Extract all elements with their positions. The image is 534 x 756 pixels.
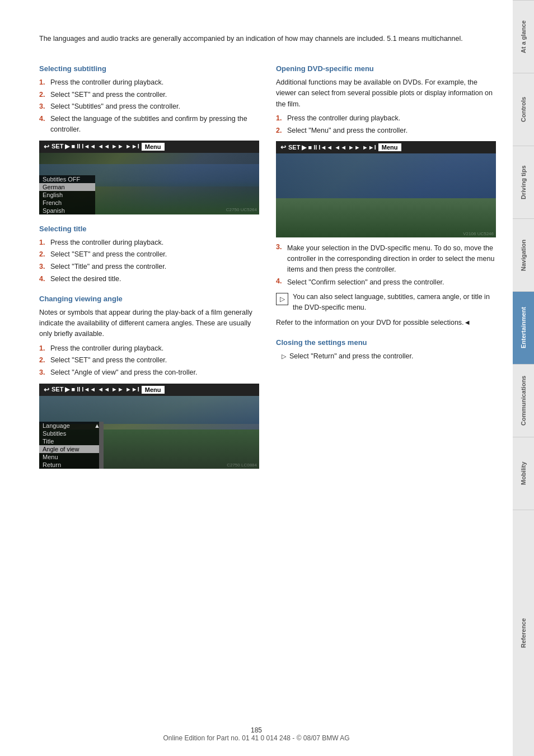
angle-menu-angle: Angle of view: [39, 445, 104, 453]
angle-step-3: 3. Select "Angle of view" and press the …: [39, 367, 259, 378]
dvd-menu-steps: 1. Press the controller during playback.…: [276, 113, 496, 136]
title-step-1: 1. Press the controller during playback.: [39, 237, 259, 248]
dvd-step-2: 2. Select "Menu" and press the controlle…: [276, 125, 496, 136]
dvd-step-4-num: 4.: [276, 277, 284, 288]
footer-edition-text: Online Edition for Part no. 01 41 0 014 …: [0, 734, 513, 742]
dvd-menu-dvd-screen: V2106 UC5246: [276, 153, 496, 237]
viewing-angle-heading: Changing viewing angle: [39, 295, 259, 303]
angle-menu-return: Return: [39, 461, 104, 469]
dvd-sky-decor: [276, 153, 496, 198]
sidebar-tab-reference[interactable]: Reference: [513, 510, 534, 756]
dvd-step-3-text: Make your selection in the DVD-specific …: [287, 243, 496, 274]
info-triangle-icon: [276, 293, 288, 305]
angle-step-2: 2. Select "SET" and press the controller…: [39, 355, 259, 366]
subtitle-off-item: Subtitles OFF: [39, 175, 95, 183]
viewing-angle-desc: Notes or symbols that appear during the …: [39, 307, 259, 340]
undo-icon-3: ↩: [280, 143, 286, 151]
undo-icon: ↩: [44, 143, 49, 151]
sidebar-tab-navigation[interactable]: Navigation: [513, 218, 534, 291]
selecting-subtitling-heading: Selecting subtitling: [39, 64, 259, 73]
subtitle-spanish-item: Spanish: [39, 207, 95, 214]
angle-scrollbar: [99, 422, 104, 469]
dvd-step-3-row: 3. Make your selection in the DVD-specif…: [276, 243, 496, 274]
title-step-2: 2. Select "SET" and press the controller…: [39, 249, 259, 260]
closing-menu-heading: Closing the settings menu: [276, 338, 496, 347]
angle-dvd-screen: Language ▲ Subtitles Title Angle of view…: [39, 396, 259, 469]
angle-menu-overlay: Language ▲ Subtitles Title Angle of view…: [39, 422, 104, 469]
title-step-3: 3. Select "Title" and press the controll…: [39, 262, 259, 272]
dvd-step-3-num: 3.: [276, 243, 284, 274]
angle-sky-decor: [39, 396, 259, 424]
sidebar-tab-communications[interactable]: Communications: [513, 364, 534, 437]
dvd-step-4-row: 4. Select "Confirm selection" and press …: [276, 277, 496, 288]
angle-menu-title: Title: [39, 437, 104, 445]
sidebar-tab-entertainment[interactable]: Entertainment: [513, 291, 534, 364]
dvd-step-1: 1. Press the controller during playback.: [276, 113, 496, 124]
angle-step-1: 1. Press the controller during playback.: [39, 343, 259, 354]
subtitle-screen-mockup: ↩ SET ▶ ■ II I◄◄ ◄◄ ►► ►►I Menu Subtitle…: [39, 141, 259, 214]
title-step-4: 4. Select the desired title.: [39, 274, 259, 284]
subtitle-control-bar: ↩ SET ▶ ■ II I◄◄ ◄◄ ►► ►►I Menu: [39, 141, 259, 153]
dvd-menu-intro: Additional functions may be available on…: [276, 77, 496, 110]
main-content: The languages and audio tracks are gener…: [0, 0, 513, 756]
undo-icon-2: ↩: [44, 386, 49, 394]
subtitle-english-item: English: [39, 191, 95, 199]
sidebar-tab-controls[interactable]: Controls: [513, 73, 534, 146]
image-code-angle: C2750 LC0884: [227, 463, 257, 468]
dvd-refer-text: Refer to the information on your DVD for…: [276, 318, 496, 328]
image-code-dvd: V2106 UC5246: [463, 231, 494, 236]
closing-menu-steps: Select "Return" and press the controller…: [276, 351, 496, 362]
title-steps: 1. Press the controller during playback.…: [39, 237, 259, 284]
subtitling-step-2: 2. Select "SET" and press the controller…: [39, 90, 259, 100]
angle-menu-menu: Menu: [39, 453, 104, 461]
subtitle-dvd-screen: Subtitles OFF German English French Span…: [39, 153, 259, 214]
dvd-menu-screen-mockup: ↩ SET ▶ ■ II I◄◄ ◄◄ ►► ►►I Menu V2106 UC…: [276, 141, 496, 237]
closing-menu-step-1: Select "Return" and press the controller…: [276, 351, 496, 362]
sidebar-tab-driving-tips[interactable]: Driving tips: [513, 146, 534, 218]
selecting-title-heading: Selecting title: [39, 225, 259, 233]
dvd-control-bar: ↩ SET ▶ ■ II I◄◄ ◄◄ ►► ►►I Menu: [276, 141, 496, 153]
dvd-step-4-text: Select "Confirm selection" and press the…: [287, 277, 444, 288]
subtitling-step-3: 3. Select "Subtitles" and press the cont…: [39, 101, 259, 112]
dvd-menu-heading: Opening DVD-specific menu: [276, 64, 496, 73]
sidebar-tab-at-a-glance[interactable]: At a glance: [513, 0, 534, 73]
subtitle-french-item: French: [39, 199, 95, 207]
sidebar: At a glance Controls Driving tips Naviga…: [513, 0, 534, 756]
angle-screen-mockup: ↩ SET ▶ ■ II I◄◄ ◄◄ ►► ►►I Menu Language…: [39, 384, 259, 469]
subtitle-menu-overlay: Subtitles OFF German English French Span…: [39, 175, 95, 214]
closing-menu-step-1-text: Select "Return" and press the controller…: [289, 351, 414, 362]
subtitle-german-item: German: [39, 183, 95, 191]
angle-menu-language: Language ▲: [39, 422, 104, 430]
sidebar-tab-mobility[interactable]: Mobility: [513, 437, 534, 510]
intro-text: The languages and audio tracks are gener…: [39, 34, 496, 44]
angle-menu-subtitles: Subtitles: [39, 430, 104, 437]
angle-control-bar: ↩ SET ▶ ■ II I◄◄ ◄◄ ►► ►►I Menu: [39, 384, 259, 396]
right-column: Opening DVD-specific menu Additional fun…: [276, 54, 496, 471]
dvd-info-text: You can also select language, subtitles,…: [293, 292, 496, 313]
dvd-info-box: You can also select language, subtitles,…: [276, 292, 496, 313]
image-code-subtitle: C2750 UC5264: [226, 207, 257, 212]
subtitling-step-4: 4. Select the language of the subtitles …: [39, 114, 259, 135]
subtitling-steps: 1. Press the controller during playback.…: [39, 77, 259, 135]
page-number: 185: [0, 726, 513, 734]
left-column: Selecting subtitling 1. Press the contro…: [39, 54, 259, 471]
footer: 185 Online Edition for Part no. 01 41 0 …: [0, 726, 513, 742]
subtitling-step-1: 1. Press the controller during playback.: [39, 77, 259, 88]
angle-steps: 1. Press the controller during playback.…: [39, 343, 259, 378]
